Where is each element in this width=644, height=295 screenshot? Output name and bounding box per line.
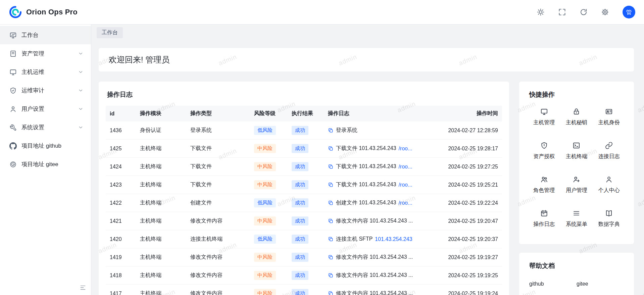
quick-action[interactable]: 操作日志 [528,209,560,228]
copy-icon[interactable] [328,218,334,224]
table-row: 1422 主机终端 创建文件 低风险 成功 创建文件 101.43.254.24… [106,194,502,212]
cell-risk: 中风险 [250,162,288,171]
result-badge: 成功 [292,162,308,171]
sidebar-item[interactable]: 主机运维 [0,63,91,81]
copy-icon[interactable] [328,254,334,260]
cell-time: 2024-02-25 19:28:17 [441,146,502,152]
cell-type: 修改文件内容 [186,290,250,295]
theme-toggle-icon[interactable] [537,8,545,16]
settings-gear-icon[interactable] [601,8,609,16]
cell-module: 主机终端 [136,236,186,243]
fullscreen-icon[interactable] [558,8,566,16]
cell-risk: 中风险 [250,216,288,226]
risk-badge: 中风险 [254,289,276,295]
cell-module: 主机终端 [136,181,186,188]
operation-log-card: 操作日志 id 操作模块 操作类型 风险等级 执行结果 操作日志 操作时间 14… [99,82,509,295]
result-badge: 成功 [292,144,308,153]
copy-icon[interactable] [328,128,334,133]
quick-actions-card: 快捷操作 主机管理 主机秘钥 [519,82,634,244]
copy-icon[interactable] [328,182,334,188]
cell-type: 下载文件 [186,181,250,188]
quick-action[interactable]: 连接日志 [593,142,625,160]
breadcrumb-tab-workbench[interactable]: 工作台 [97,27,123,38]
cell-result: 成功 [288,235,324,244]
sidebar-item[interactable]: 工作台 [0,26,91,44]
quick-action-icon [540,209,548,217]
copy-icon[interactable] [328,200,334,206]
sidebar-item[interactable]: 资产管理 [0,44,91,63]
log-link[interactable]: /roo... [399,146,412,152]
sidebar-item[interactable]: 运维审计 [0,81,91,100]
cell-id: 1419 [106,254,136,260]
log-text: 修改文件内容 101.43.254.243 ... [336,290,413,295]
quick-action[interactable]: 资产授权 [528,142,560,160]
log-link[interactable]: /roo... [399,164,412,170]
cell-result: 成功 [288,180,324,189]
refresh-icon[interactable] [580,8,588,16]
quick-action[interactable]: 系统菜单 [560,209,593,228]
result-badge: 成功 [292,253,308,262]
sidebar-item[interactable]: 项目地址 github [0,137,91,155]
chevron-down-icon [78,32,84,38]
cell-type: 修改文件内容 [186,217,250,225]
quick-action[interactable]: 主机终端 [560,142,593,160]
col-risk: 风险等级 [250,110,288,117]
sidebar-item[interactable]: 用户设置 [0,100,91,118]
help-link[interactable]: gitee [577,281,624,287]
log-text: 下载文件 101.43.254.243 [336,163,396,170]
copy-icon[interactable] [328,291,334,295]
table-row: 1418 主机终端 修改文件内容 中风险 成功 修改文件内容 101.43.25… [106,266,502,285]
cell-log: 下载文件 101.43.254.243 /roo... [324,145,441,152]
log-link[interactable]: /roo... [399,182,412,188]
cell-log: 修改文件内容 101.43.254.243 ... [324,217,441,225]
quick-action[interactable]: 用户管理 [560,176,593,194]
quick-action-label: 个人中心 [598,187,620,194]
log-text: 连接主机 SFTP [336,236,373,243]
quick-action[interactable]: 个人中心 [593,176,625,194]
quick-action-icon [605,142,613,149]
chevron-down-icon [78,88,84,93]
cell-module: 主机终端 [136,199,186,206]
quick-action[interactable]: 角色管理 [528,176,560,194]
cell-id: 1423 [106,182,136,188]
cell-log: 登录系统 [324,127,441,134]
result-badge: 成功 [292,271,308,280]
quick-action-label: 主机身份 [598,119,620,126]
avatar[interactable]: 管 [623,6,635,18]
quick-action[interactable]: 主机秘钥 [560,108,593,126]
app-title: Orion Ops Pro [26,8,78,16]
sidebar-item-label: 运维审计 [21,87,73,94]
quick-action[interactable]: 主机管理 [528,108,560,126]
copy-icon[interactable] [328,236,334,242]
cell-result: 成功 [288,126,324,135]
copy-icon[interactable] [328,146,334,151]
copy-icon[interactable] [328,164,334,169]
help-link[interactable]: github [529,281,577,287]
quick-actions-grid: 主机管理 主机秘钥 主机身份 [528,108,625,228]
copy-icon[interactable] [328,273,334,278]
cell-time: 2024-02-25 19:25:21 [441,182,502,188]
sidebar-item[interactable]: 系统设置 [0,118,91,137]
quick-action-label: 数据字典 [598,221,620,228]
log-link[interactable]: 101.43.254.243 [375,236,412,242]
quick-action[interactable]: 主机身份 [593,108,625,126]
quick-action-label: 用户管理 [566,187,587,194]
col-time: 操作时间 [441,110,502,117]
cell-risk: 低风险 [250,126,288,135]
cell-module: 主机终端 [136,290,186,295]
quick-action[interactable]: 数据字典 [593,209,625,228]
sidebar-item-label: 工作台 [21,31,73,39]
result-badge: 成功 [292,216,308,226]
log-link[interactable]: /roo... [399,200,412,206]
sidebar-item-label: 主机运维 [21,68,73,76]
cell-risk: 中风险 [250,289,288,295]
log-text: 下载文件 101.43.254.243 [336,145,396,152]
cell-result: 成功 [288,253,324,262]
sidebar-item[interactable]: 项目地址 gitee [0,155,91,174]
sidebar-collapse-icon[interactable] [80,284,86,291]
cell-type: 修改文件内容 [186,272,250,279]
table-row: 1436 身份认证 登录系统 低风险 成功 登录系统 2024-02-27 12… [106,121,502,140]
cell-log: 下载文件 101.43.254.243 /roo... [324,163,441,170]
risk-badge: 低风险 [254,126,276,135]
cell-id: 1417 [106,291,136,295]
